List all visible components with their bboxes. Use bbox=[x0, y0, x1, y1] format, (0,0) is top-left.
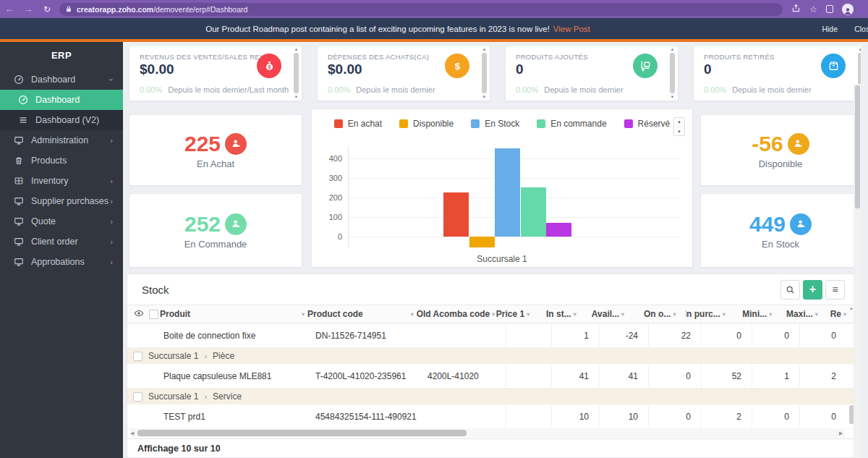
chevron-right-icon: › bbox=[110, 258, 113, 266]
cell: 0 bbox=[648, 404, 701, 428]
kpi-card-4: PRODUITS RETIRÉS00.00%Depuis le mois der… bbox=[693, 45, 861, 101]
address-bar[interactable]: creatorapp.zoho.com/demovente/erp#Dashbo… bbox=[59, 3, 783, 16]
sidebar-item-client-order[interactable]: Client order› bbox=[0, 232, 123, 252]
kpi-label: REVENUS DES VENTES/SALES REVENUS bbox=[140, 53, 263, 61]
column-header-on-o-[interactable]: On o...▾ bbox=[634, 305, 686, 323]
column-header-in-st-[interactable]: In st...▾ bbox=[540, 305, 587, 323]
sort-caret-icon: ▾ bbox=[411, 311, 414, 318]
cell: 0 bbox=[799, 404, 846, 428]
table-row[interactable]: Plaque capsuleuse MLE881T-4200L-41020-23… bbox=[127, 364, 856, 389]
bar-en-stock[interactable] bbox=[495, 148, 520, 236]
sidebar-item-label: Client order bbox=[31, 237, 78, 247]
chevron-right-icon: › bbox=[110, 177, 113, 185]
gauge-icon bbox=[17, 95, 28, 106]
column-header-price-1[interactable]: Price 1▾ bbox=[495, 305, 540, 323]
user-star-icon bbox=[790, 213, 812, 235]
legend-item-r-serv-[interactable]: Réservé bbox=[624, 119, 671, 129]
column-header-old-acomba-code[interactable]: Old Acomba code▾ bbox=[417, 305, 495, 323]
cell bbox=[425, 323, 506, 347]
scrollbar-thumb[interactable] bbox=[855, 85, 860, 208]
banner-message: Our Product Roadmap post containing a li… bbox=[0, 25, 796, 33]
cell: TEST prd1 bbox=[161, 404, 312, 428]
table-row[interactable]: Boite de connection fixeDN-11526-7149511… bbox=[127, 323, 856, 348]
notification-banner: Our Product Roadmap post containing a li… bbox=[0, 18, 868, 39]
stat-value: 252 bbox=[184, 212, 221, 237]
basket-icon bbox=[13, 156, 24, 166]
up-arrow-icon: ▲ bbox=[677, 119, 681, 124]
group-checkbox[interactable] bbox=[133, 392, 142, 402]
sidebar-item-label: Dashboard bbox=[31, 75, 75, 85]
horizontal-scrollbar[interactable]: ◀ ▶ bbox=[130, 428, 845, 438]
sidebar-item-dashboard[interactable]: Dashboard bbox=[0, 90, 123, 110]
legend-item-en-stock[interactable]: En Stock bbox=[471, 119, 519, 129]
view-post-link[interactable]: View Post bbox=[553, 25, 590, 33]
group-row-service[interactable]: Succursale 1›Service bbox=[127, 389, 856, 404]
trolley-icon bbox=[633, 54, 658, 78]
sidebar-item-quote[interactable]: Quote› bbox=[0, 211, 123, 232]
column-header-avail-[interactable]: Avail...▾ bbox=[587, 305, 634, 323]
sidebar-item-dashboard[interactable]: Dashboard› bbox=[0, 69, 123, 90]
y-axis bbox=[348, 147, 349, 248]
record-count: Affichage 10 sur 10 bbox=[127, 438, 856, 457]
close-button[interactable]: Close bbox=[854, 25, 868, 33]
forward-icon[interactable]: → bbox=[19, 4, 38, 14]
legend-swatch bbox=[537, 119, 545, 128]
legend-item-en-commande[interactable]: En commande bbox=[537, 119, 606, 129]
group-row-pi-ce[interactable]: Succursale 1›Pièce bbox=[127, 348, 856, 364]
kpi-label: PRODUITS AJOUTÉS bbox=[516, 53, 639, 61]
sort-caret-icon: ▾ bbox=[673, 311, 676, 318]
reload-icon[interactable]: ↻ bbox=[38, 4, 56, 14]
bar-en-achat[interactable] bbox=[443, 192, 469, 237]
scrollbar-thumb[interactable] bbox=[137, 430, 467, 436]
cell: 2 bbox=[701, 404, 752, 428]
column-header-maxi-[interactable]: Maxi...▾ bbox=[782, 305, 828, 323]
select-all-checkbox[interactable] bbox=[149, 310, 158, 319]
group-checkbox[interactable] bbox=[133, 352, 142, 361]
cell: 41 bbox=[551, 364, 599, 388]
column-header-mini-[interactable]: Mini...▾ bbox=[736, 305, 783, 323]
sidebar-item-administration[interactable]: Administration› bbox=[0, 130, 123, 150]
stock-panel: Stock + ≡ Produit▾Product code▾Old Acomb… bbox=[127, 273, 857, 458]
eye-icon[interactable] bbox=[134, 308, 144, 321]
sidebar-item-products[interactable]: Products bbox=[0, 150, 123, 171]
column-header-in-purc-[interactable]: In purc...▾ bbox=[686, 305, 735, 323]
table-menu-button[interactable]: ≡ bbox=[825, 280, 845, 300]
widget-scrollbar[interactable]: ▲▼ bbox=[668, 47, 676, 99]
chart-scroll-spinner[interactable]: ▲▼ bbox=[673, 117, 685, 136]
y-tick-label: 400 bbox=[322, 154, 342, 163]
bar-en-commande[interactable] bbox=[521, 187, 546, 237]
sidebar-item-supplier-purchases[interactable]: Supplier purchases› bbox=[0, 191, 123, 211]
bar-disponible[interactable] bbox=[469, 237, 495, 247]
cell: 41 bbox=[599, 364, 648, 388]
stat-value: -56 bbox=[752, 132, 783, 156]
page-scrollbar[interactable] bbox=[854, 84, 861, 458]
cell bbox=[506, 323, 551, 347]
group-category: Pièce bbox=[213, 351, 234, 361]
sidebar-item-inventory[interactable]: Inventory› bbox=[0, 171, 123, 191]
avatar[interactable] bbox=[842, 4, 854, 15]
kpi-card-3: PRODUITS AJOUTÉS00.00%Depuis le mois der… bbox=[505, 45, 678, 101]
back-icon[interactable]: ← bbox=[0, 4, 19, 14]
share-icon[interactable] bbox=[791, 4, 801, 15]
widget-scrollbar[interactable]: ▲▼ bbox=[292, 47, 300, 99]
sidebar-item-approbations[interactable]: Approbations› bbox=[0, 252, 123, 272]
column-header-product-code[interactable]: Product code▾ bbox=[307, 305, 417, 323]
column-header-produit[interactable]: Produit▾ bbox=[160, 305, 307, 323]
sort-caret-icon: ▾ bbox=[527, 311, 529, 318]
legend-item-en-achat[interactable]: En achat bbox=[334, 119, 382, 129]
bar-r-serv-[interactable] bbox=[546, 223, 571, 237]
cell: 2 bbox=[799, 364, 846, 388]
legend-item-disponible[interactable]: Disponible bbox=[399, 119, 454, 129]
browser-toolbar: ← → ↻ creatorapp.zoho.com/demovente/erp#… bbox=[0, 0, 868, 18]
bookmark-star-icon[interactable]: ☆ bbox=[809, 4, 817, 14]
sidebar-item-dashboard-v2-[interactable]: Dashboard (V2) bbox=[0, 110, 123, 130]
add-record-button[interactable]: + bbox=[803, 280, 822, 300]
widget-scrollbar[interactable]: ▲▼ bbox=[480, 47, 488, 99]
search-icon bbox=[786, 285, 795, 294]
search-button[interactable] bbox=[780, 280, 800, 300]
hide-button[interactable]: Hide bbox=[822, 25, 838, 33]
legend-label: En Stock bbox=[485, 119, 519, 129]
table-row[interactable]: TEST prd145484325154-111-49092110100200 bbox=[127, 404, 856, 429]
side-panel-icon[interactable] bbox=[826, 5, 833, 13]
group-category: Service bbox=[213, 391, 242, 402]
